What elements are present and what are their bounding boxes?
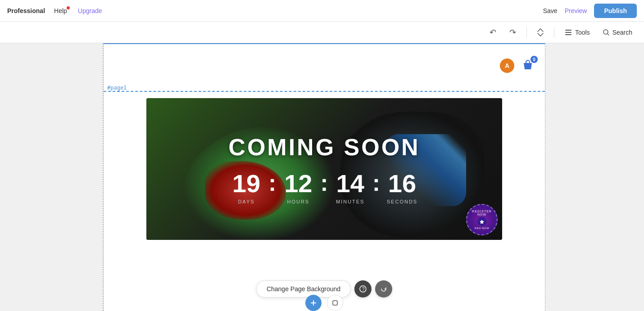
banner-content: COMING SOON 19 DAYS : 12 HOURS : 14 MINU… [146,134,502,205]
help-icon-button[interactable]: ? [354,280,372,297]
publish-button[interactable]: Publish [594,4,637,18]
hours-value: 12 [284,170,312,198]
cart-icon-wrap[interactable]: 0 [520,58,536,74]
svg-text:?: ? [362,287,365,292]
toolbar-divider [526,27,527,38]
upgrade-label[interactable]: Upgrade [78,7,102,14]
avatar: A [500,59,514,73]
help-label: Help [54,7,67,14]
cart-area: A 0 [500,58,536,74]
sep-3: : [371,170,382,197]
preview-button[interactable]: Preview [565,7,587,14]
svg-rect-7 [333,301,337,305]
main-canvas: #page1 A 0 [104,43,545,311]
brand-label: Professional [7,7,45,14]
countdown: 19 DAYS : 12 HOURS : 14 MINUTES : [146,170,502,205]
top-nav: Professional Help Upgrade Save Preview P… [0,0,644,22]
days-value: 19 [232,170,260,198]
hours-label: HOURS [287,199,309,204]
bottom-blue-button[interactable] [305,295,322,311]
collapse-button[interactable] [532,24,549,41]
seconds-value: 16 [388,170,416,198]
banner-stamp: REGISTER NOW REG·NOW [466,204,498,235]
help-dot [67,6,70,9]
left-gutter [0,43,104,311]
tools-label: Tools [575,29,590,36]
bottom-white-button[interactable] [327,295,343,311]
coming-soon-banner: REGISTER NOW REG·NOW COMING SOON 19 DAYS… [146,98,502,240]
undo-button[interactable]: ↶ [485,24,501,41]
save-button[interactable]: Save [543,7,558,14]
countdown-seconds: 16 SECONDS [382,170,422,205]
canvas-area: #page1 A 0 [0,43,644,311]
tools-button[interactable]: Tools [560,26,594,39]
toolbar-divider-2 [554,27,554,38]
svg-rect-0 [565,30,571,31]
toolbar: ↶ ↷ Tools Search [0,22,644,43]
search-button[interactable]: Search [598,26,637,39]
countdown-days: 19 DAYS [226,170,267,205]
seconds-label: SECONDS [387,199,417,204]
sep-1: : [267,170,278,197]
refresh-icon-button[interactable] [375,280,392,297]
page-separator-line [104,91,545,92]
redo-button[interactable]: ↷ [505,24,521,41]
page-label: #page1 [107,85,127,91]
countdown-hours: 12 HOURS [278,170,318,205]
minutes-value: 14 [336,170,364,198]
coming-soon-title: COMING SOON [146,134,502,161]
svg-line-4 [608,34,609,35]
days-label: DAYS [238,199,254,204]
svg-rect-1 [565,32,571,33]
bottom-row [305,295,343,311]
minutes-label: MINUTES [336,199,365,204]
sep-2: : [318,170,330,197]
cart-badge: 0 [531,56,538,63]
search-label: Search [612,29,632,36]
svg-rect-2 [565,34,571,35]
countdown-minutes: 14 MINUTES [330,170,371,205]
right-gutter [545,43,644,311]
